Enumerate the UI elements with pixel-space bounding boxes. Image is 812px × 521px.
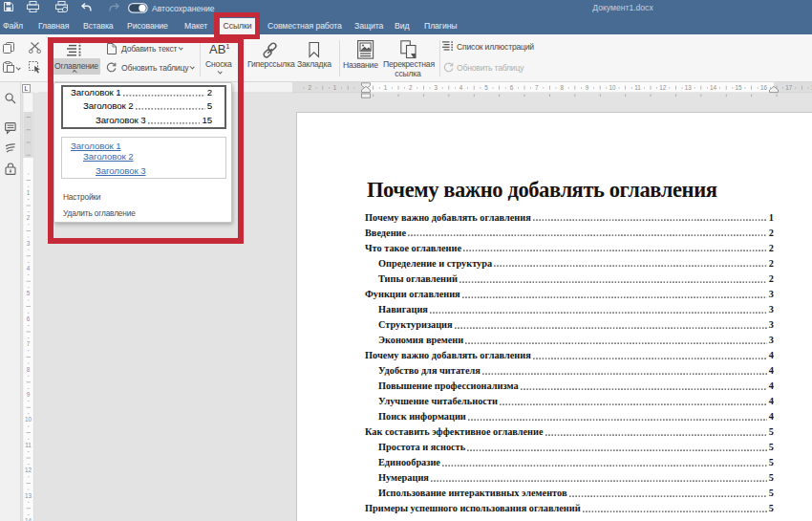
svg-text:10: 10 xyxy=(25,416,32,423)
svg-text:13: 13 xyxy=(685,84,693,91)
svg-text:12: 12 xyxy=(25,467,32,473)
svg-text:2: 2 xyxy=(27,214,31,221)
svg-text:6: 6 xyxy=(510,84,514,91)
svg-text:1: 1 xyxy=(384,84,388,91)
svg-text:13: 13 xyxy=(25,492,32,499)
svg-text:8: 8 xyxy=(27,366,31,373)
svg-text:1: 1 xyxy=(27,189,31,196)
svg-text:11: 11 xyxy=(634,84,641,91)
svg-text:3: 3 xyxy=(27,240,31,247)
svg-text:1: 1 xyxy=(333,84,337,91)
svg-text:16: 16 xyxy=(760,84,768,91)
svg-text:8: 8 xyxy=(560,84,564,91)
svg-text:10: 10 xyxy=(609,84,616,91)
svg-text:3: 3 xyxy=(434,84,438,91)
svg-text:5: 5 xyxy=(27,290,31,296)
svg-text:17: 17 xyxy=(785,84,793,91)
svg-text:14: 14 xyxy=(710,84,717,91)
svg-text:14: 14 xyxy=(25,517,32,521)
svg-text:9: 9 xyxy=(586,84,589,91)
svg-text:15: 15 xyxy=(735,84,742,91)
svg-text:9: 9 xyxy=(27,391,31,398)
svg-text:7: 7 xyxy=(535,84,539,91)
svg-text:12: 12 xyxy=(659,84,667,91)
svg-text:2: 2 xyxy=(409,84,413,91)
svg-text:4: 4 xyxy=(27,265,31,271)
svg-text:7: 7 xyxy=(27,340,31,347)
svg-text:6: 6 xyxy=(27,315,31,322)
svg-text:5: 5 xyxy=(484,84,488,91)
svg-text:4: 4 xyxy=(459,84,463,91)
svg-text:2: 2 xyxy=(308,84,311,91)
svg-text:11: 11 xyxy=(25,442,32,448)
